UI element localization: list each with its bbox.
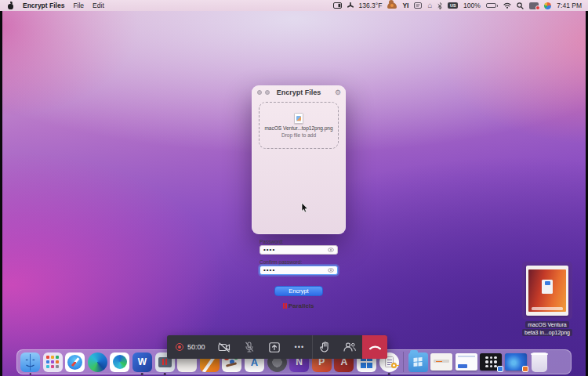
mic-off-button[interactable] <box>237 335 262 359</box>
dock-minimized-window-2[interactable] <box>456 353 477 371</box>
dock-edge-beta-icon[interactable] <box>110 352 129 372</box>
dock-edge-icon[interactable] <box>88 352 107 372</box>
dropped-file-name: macOS Ventur...top12png.png <box>264 125 332 131</box>
drop-hint-text: Drop file to add <box>281 132 316 138</box>
share-screen-button[interactable] <box>262 335 287 359</box>
menu-bar: Encrypt Files File Edit 136.3°F YI ⌂ US … <box>0 0 588 11</box>
parallels-logo: Parallels <box>252 302 346 309</box>
minimize-window-button[interactable] <box>265 90 270 95</box>
raise-hand-button[interactable] <box>313 335 338 359</box>
confirm-password-field[interactable]: •••• <box>260 266 338 275</box>
menu-bar-clock[interactable]: 7:41 PM <box>557 2 582 9</box>
recording-indicator: 50:00 <box>167 343 212 351</box>
minimized-app-badge-2 <box>522 366 528 372</box>
file-thumbnail-icon <box>294 113 303 124</box>
dock-minimized-windows11-window[interactable] <box>505 353 527 371</box>
search-icon[interactable] <box>517 2 524 9</box>
battery-icon[interactable] <box>486 3 499 9</box>
yi-app-icon[interactable]: YI <box>402 2 408 9</box>
home-icon[interactable]: ⌂ <box>427 2 432 9</box>
close-window-button[interactable] <box>257 90 262 95</box>
parallels-brand-name: Parallels <box>289 302 314 309</box>
thumbnail-dock <box>532 307 563 310</box>
dock-safari-icon[interactable] <box>65 352 85 372</box>
circle-app-icon[interactable] <box>544 2 551 9</box>
display-icon[interactable] <box>333 2 342 9</box>
wifi-icon[interactable] <box>503 2 511 9</box>
confirm-password-label: Confirm password: <box>260 259 302 265</box>
input-source-badge[interactable]: US <box>448 2 458 9</box>
show-password-icon[interactable] <box>328 248 334 252</box>
key-icon <box>391 363 397 368</box>
dock-minimized-window-1[interactable] <box>430 353 452 371</box>
camera-off-button[interactable] <box>212 335 238 359</box>
dock-trash-icon[interactable] <box>532 352 547 372</box>
participants-button[interactable] <box>337 335 362 359</box>
parallels-bars-icon <box>283 303 286 309</box>
window-app-icon[interactable] <box>414 2 422 9</box>
record-dot-icon <box>176 343 183 351</box>
show-confirm-password-icon[interactable] <box>328 268 334 273</box>
battery-percent: 100% <box>463 2 481 9</box>
dock-minimized-keypad-window[interactable] <box>480 353 502 371</box>
desktop-icon-selection <box>522 262 572 320</box>
temperature-reading[interactable]: 136.3°F <box>359 2 383 9</box>
minimized-app-badge <box>497 366 503 372</box>
apple-menu-icon[interactable] <box>8 2 14 9</box>
password-label: Password: <box>260 239 283 244</box>
thumbnail-window <box>542 280 553 294</box>
bluetooth-icon[interactable] <box>437 2 442 9</box>
dock-finder-icon[interactable] <box>20 352 40 372</box>
mouse-cursor <box>301 203 309 213</box>
file-preview-thumbnail <box>526 266 568 316</box>
dock-separator <box>403 352 404 372</box>
dialog-titlebar: Encrypt Files ⚙ <box>252 85 346 99</box>
recording-timer: 50:00 <box>187 343 205 351</box>
desktop-file-icon[interactable]: macOS Ventura beta3 in...op12png <box>520 262 575 336</box>
encrypt-button[interactable]: Encrypt <box>274 286 323 296</box>
screen-share-status-icon[interactable] <box>529 2 539 9</box>
confirm-password-value: •••• <box>263 266 275 274</box>
cloud-app-icon[interactable] <box>387 2 397 9</box>
call-control-toolbar: 50:00 ••• <box>167 335 387 359</box>
menu-app-name[interactable]: Encrypt Files <box>23 2 64 9</box>
dock-word-icon[interactable]: W <box>132 352 152 372</box>
desktop-icon-label: macOS Ventura beta3 in...op12png <box>522 321 572 336</box>
encrypt-files-dialog: Encrypt Files ⚙ macOS Ventur...top12png.… <box>252 85 346 234</box>
dialog-title: Encrypt Files <box>277 89 321 96</box>
password-value: •••• <box>263 246 275 254</box>
gear-icon[interactable]: ⚙ <box>335 89 341 96</box>
menu-file[interactable]: File <box>73 2 84 9</box>
menu-edit[interactable]: Edit <box>93 2 104 9</box>
dock-windows-folder-icon[interactable] <box>408 352 428 372</box>
screen-edge-left <box>0 11 2 376</box>
fan-sensor-icon[interactable] <box>347 2 354 9</box>
more-options-button[interactable]: ••• <box>287 335 312 359</box>
hang-up-button[interactable] <box>362 335 387 359</box>
password-field[interactable]: •••• <box>260 245 338 255</box>
file-drop-zone[interactable]: macOS Ventur...top12png.png Drop file to… <box>259 102 339 149</box>
dock-launchpad-icon[interactable] <box>43 352 63 372</box>
